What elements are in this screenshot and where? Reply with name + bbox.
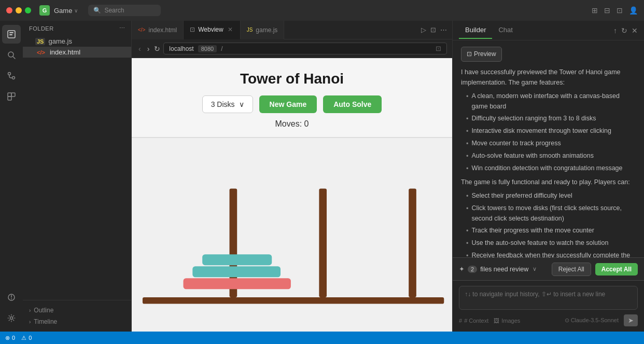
model-info: ⊙ Claude-3.5-Sonnet [565, 317, 619, 324]
close-traffic-light[interactable] [6, 7, 12, 13]
files-need-review-label: files need review [480, 266, 528, 273]
game-board[interactable] [132, 138, 452, 332]
url-bar[interactable]: localhost 8080 / ⊡ [163, 43, 447, 54]
panel-tab-chat[interactable]: Chat [492, 22, 519, 39]
titlebar-actions: ⊞ ⊟ ⊡ 👤 [592, 6, 638, 15]
tab-label-index-html: index.html [148, 26, 177, 34]
preview-btn-label: Preview [474, 49, 496, 59]
new-game-button[interactable]: New Game [259, 95, 317, 113]
chat-content: ⊡ Preview I have successfully previewed … [453, 40, 644, 257]
svg-rect-1 [9, 32, 13, 33]
bullet-icon: • [466, 251, 468, 257]
tab-action-more-icon[interactable]: ⋯ [440, 26, 447, 34]
game-controls: 3 Disks ∨ New Game Auto Solve [142, 95, 442, 113]
nav-back-icon[interactable]: ‹ [137, 43, 143, 54]
copy-url-icon[interactable]: ⊡ [436, 45, 441, 52]
tab-action-run-icon[interactable]: ▷ [421, 26, 426, 34]
tower-3[interactable] [409, 188, 416, 297]
refresh-icon[interactable]: ↻ [154, 45, 160, 53]
disk-options-label: 3 Disks [211, 100, 235, 108]
panel-refresh-icon[interactable]: ↻ [621, 26, 627, 35]
feature-item-1: • Difficulty selection ranging from 3 to… [466, 113, 636, 124]
titlebar: G Game ∨ 🔍 Search ⊞ ⊟ ⊡ 👤 [0, 0, 644, 21]
moves-counter: Moves: 0 [142, 119, 442, 129]
chat-input[interactable] [459, 286, 638, 310]
tab-index-html[interactable]: </> index.html [132, 21, 184, 39]
file-name-game-js: game.js [48, 37, 72, 45]
activity-settings[interactable] [2, 309, 21, 327]
action-text-4: Receive feedback when they successfully … [471, 250, 636, 257]
files-review: ✦ 2 files need review ∨ [459, 265, 548, 273]
minimize-traffic-light[interactable] [16, 7, 22, 13]
panel-history-icon[interactable]: ↑ [613, 26, 617, 35]
action-text-3: Use the auto-solve feature to watch the … [471, 238, 608, 249]
disk-2[interactable] [192, 266, 281, 277]
activity-git[interactable] [2, 66, 21, 85]
action-item-1: • Click towers to move disks (first clic… [466, 203, 636, 224]
chat-message-1: I have successfully previewed the Tower … [461, 67, 636, 88]
app-name-label: Game [54, 7, 72, 15]
tab-webview-icon: ⊡ [190, 26, 195, 33]
panel-tab-builder[interactable]: Builder [459, 22, 492, 39]
bullet-icon: • [466, 91, 468, 112]
action-text-1: Click towers to move disks (first click … [471, 203, 636, 224]
activity-debug[interactable] [2, 288, 21, 307]
send-button[interactable]: ➤ [624, 314, 638, 326]
bullet-icon: • [466, 163, 468, 174]
images-button[interactable]: 🖼 Images [494, 318, 520, 324]
feature-text-0: A clean, modern web interface with a can… [471, 91, 636, 112]
auto-solve-button[interactable]: Auto Solve [323, 95, 382, 113]
reject-all-button[interactable]: Reject All [552, 263, 591, 276]
tab-webview[interactable]: ⊡ Webview ✕ [184, 21, 240, 39]
accept-all-button[interactable]: Accept All [595, 263, 638, 276]
timeline-chevron-icon: › [29, 319, 31, 325]
preview-icon: ⊡ [467, 49, 472, 59]
svg-point-13 [11, 298, 12, 299]
sidebar: Folder ⋯ JS game.js </> index.html › Out… [23, 21, 132, 332]
preview-button[interactable]: ⊡ Preview [461, 47, 502, 62]
bullet-icon: • [466, 203, 468, 224]
sidebar-file-game-js[interactable]: JS game.js [23, 36, 131, 47]
chat-description-1: The game is fully functional and ready t… [461, 177, 636, 187]
sidebar-section-timeline[interactable]: › Timeline [23, 316, 131, 327]
action-text-2: Track their progress with the move count… [471, 225, 594, 236]
right-panel: Builder Chat ↑ ↻ ✕ ⊡ Preview I have succ… [452, 21, 644, 332]
svg-point-5 [8, 73, 11, 75]
panel-icon[interactable]: ⊡ [617, 6, 623, 15]
account-icon[interactable]: 👤 [629, 6, 638, 15]
action-text-0: Select their preferred difficulty level [471, 190, 572, 201]
svg-line-4 [13, 57, 15, 59]
activity-extensions[interactable] [2, 87, 21, 106]
svg-point-14 [10, 317, 13, 320]
disk-3[interactable] [184, 278, 291, 289]
nav-forward-icon[interactable]: › [146, 43, 151, 54]
folder-label: Folder [29, 25, 54, 32]
tab-html-icon: </> [138, 27, 145, 33]
svg-rect-8 [8, 97, 11, 100]
disk-1[interactable] [202, 254, 272, 265]
url-port: 8080 [198, 45, 217, 52]
sidebar-toggle-icon[interactable]: ⊞ [592, 6, 598, 15]
panel-close-icon[interactable]: ✕ [632, 26, 638, 35]
tower-2[interactable] [319, 188, 327, 297]
disk-select[interactable]: 3 Disks ∨ [202, 95, 253, 113]
tab-game-js[interactable]: JS game.js [241, 21, 285, 39]
activity-explorer[interactable] [2, 25, 21, 44]
tab-action-split-icon[interactable]: ⊡ [430, 26, 436, 34]
tab-js-icon: JS [247, 27, 253, 33]
sidebar-menu-icon[interactable]: ⋯ [119, 25, 125, 32]
sidebar-section-outline[interactable]: › Outline [23, 305, 131, 316]
review-dropdown-icon[interactable]: ∨ [533, 266, 537, 272]
layout-icon[interactable]: ⊟ [604, 6, 610, 15]
fullscreen-traffic-light[interactable] [25, 7, 31, 13]
sidebar-footer: › Outline › Timeline [23, 300, 131, 332]
search-bar[interactable]: 🔍 Search [88, 5, 161, 16]
action-item-2: • Track their progress with the move cou… [466, 225, 636, 236]
tab-close-webview[interactable]: ✕ [227, 25, 234, 34]
js-file-icon: JS [35, 38, 45, 45]
context-button[interactable]: # # Context [459, 318, 488, 324]
game-svg [132, 138, 452, 332]
svg-rect-2 [9, 34, 12, 35]
sidebar-file-index-html[interactable]: </> index.html [23, 47, 131, 58]
activity-search[interactable] [2, 46, 21, 64]
